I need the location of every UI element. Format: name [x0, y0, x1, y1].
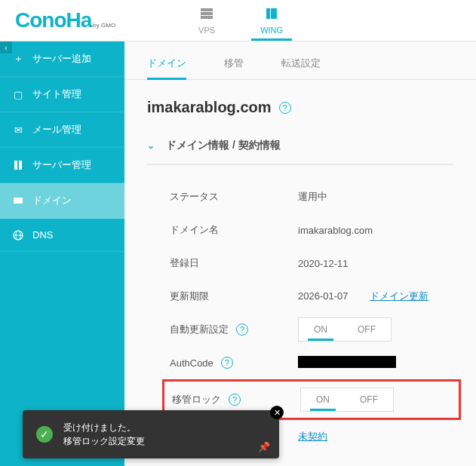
renew-domain-link[interactable]: ドメイン更新 [370, 290, 428, 302]
header-tab-label: WING [260, 26, 283, 35]
globe-icon [11, 230, 25, 241]
tab-transfer[interactable]: 移管 [224, 57, 244, 79]
authcode-label: AuthCode ? [170, 357, 298, 369]
authcode-masked [298, 356, 396, 368]
sidebar-item-label: サーバー管理 [32, 158, 91, 172]
check-icon: ✓ [36, 426, 53, 443]
toast-line1: 受け付けました。 [63, 421, 266, 434]
tab-label: ドメイン [147, 57, 186, 69]
svg-rect-2 [201, 16, 213, 19]
main-content: ドメイン 移管 転送設定 imakarablog.com ? ⌄ ドメイン情報 … [124, 41, 476, 466]
header-tabs: VPS WING [176, 0, 306, 41]
sidebar-item-mail[interactable]: ✉ メール管理 [0, 112, 124, 148]
exp-label: 更新期限 [170, 290, 298, 303]
tab-forward[interactable]: 転送設定 [281, 57, 321, 79]
sidebar-item-domain[interactable]: ドメイン [0, 183, 124, 219]
header-tab-label: VPS [198, 26, 215, 35]
logo-text: ConoHa [15, 8, 91, 32]
close-icon: ✕ [274, 408, 281, 418]
sidebar-item-label: サーバー追加 [32, 52, 91, 66]
tab-label: 転送設定 [281, 57, 321, 69]
toast-notification: ✓ 受け付けました。 移管ロック設定変更 ✕ 📌 [23, 410, 279, 458]
chevron-down-icon: ⌄ [147, 140, 155, 151]
sidebar-item-label: メール管理 [32, 123, 81, 136]
name-label: ドメイン名 [170, 223, 298, 237]
header-tab-vps[interactable]: VPS [176, 0, 238, 41]
auto-label: 自動更新設定 ? [170, 323, 298, 336]
mail-icon: ✉ [11, 124, 25, 136]
pin-icon: 📌 [258, 441, 270, 452]
status-value: 運用中 [298, 190, 453, 204]
window-icon: ▢ [11, 89, 25, 100]
row-auto-renew: 自動更新設定 ? ON OFF [170, 313, 453, 346]
row-authcode: AuthCode ? [170, 346, 453, 379]
toast-body: 受け付けました。 移管ロック設定変更 [63, 421, 266, 448]
row-status: ステータス 運用中 [170, 180, 453, 213]
server-icon [11, 160, 25, 170]
svg-rect-6 [19, 161, 22, 170]
domain-name-heading: imakarablog.com [147, 99, 272, 116]
toggle-on[interactable]: ON [299, 318, 342, 341]
server-icon [199, 7, 214, 24]
plus-icon: ＋ [11, 52, 25, 66]
name-value: imakarablog.com [298, 225, 453, 236]
svg-rect-5 [14, 161, 17, 170]
reg-label: 登録日 [170, 256, 298, 270]
domain-title: imakarablog.com ? [147, 99, 453, 116]
section-title: ドメイン情報 / 契約情報 [166, 139, 281, 152]
toggle-off[interactable]: OFF [345, 388, 393, 411]
row-registered: 登録日 2020-12-11 [170, 247, 453, 280]
svg-rect-4 [271, 8, 277, 19]
section-toggle[interactable]: ⌄ ドメイン情報 / 契約情報 [147, 139, 453, 165]
tab-domain[interactable]: ドメイン [147, 57, 186, 79]
row-domain-name: ドメイン名 imakarablog.com [170, 213, 453, 247]
help-icon[interactable]: ? [236, 323, 248, 336]
status-label: ステータス [170, 190, 298, 204]
logo-subtext: by GMO [93, 22, 115, 29]
exp-date: 2026-01-07 [298, 290, 349, 302]
toast-pin-button[interactable]: 📌 [258, 441, 270, 452]
toast-close-button[interactable]: ✕ [270, 406, 284, 419]
auto-renew-toggle: ON OFF [298, 317, 392, 342]
sidebar-collapse-button[interactable]: ‹ [0, 41, 12, 54]
transfer-lock-toggle: ON OFF [300, 388, 394, 412]
tab-label: 移管 [224, 57, 244, 69]
svg-rect-0 [201, 8, 213, 11]
domain-icon [11, 195, 25, 206]
svg-rect-3 [266, 8, 270, 19]
chevron-left-icon: ‹ [5, 44, 7, 52]
reg-value: 2020-12-11 [298, 258, 453, 269]
header: ConoHa by GMO VPS WING [0, 0, 476, 41]
sidebar-item-server[interactable]: サーバー管理 [0, 148, 124, 183]
lock-label: 移管ロック ? [172, 393, 300, 406]
sidebar: ‹ ＋ サーバー追加 ▢ サイト管理 ✉ メール管理 サーバー管理 ドメイン [0, 41, 124, 466]
svg-rect-7 [14, 198, 23, 204]
header-tab-wing[interactable]: WING [238, 0, 306, 41]
content-tabs: ドメイン 移管 転送設定 [124, 41, 476, 80]
row-expiry: 更新期限 2026-01-07 ドメイン更新 [170, 280, 453, 313]
wing-icon [264, 7, 279, 24]
sidebar-item-label: ドメイン [32, 194, 72, 207]
whois-status-link[interactable]: 未契約 [298, 431, 327, 442]
logo[interactable]: ConoHa by GMO [0, 8, 131, 32]
help-icon[interactable]: ? [279, 102, 291, 114]
toggle-on[interactable]: ON [301, 388, 345, 411]
help-icon[interactable]: ? [221, 357, 233, 369]
sidebar-item-add-server[interactable]: ＋ サーバー追加 [0, 41, 124, 77]
sidebar-item-label: サイト管理 [32, 87, 81, 101]
svg-rect-1 [201, 12, 213, 15]
sidebar-item-label: DNS [32, 229, 53, 241]
sidebar-item-dns[interactable]: DNS [0, 219, 124, 252]
sidebar-item-site[interactable]: ▢ サイト管理 [0, 77, 124, 112]
toggle-off[interactable]: OFF [342, 318, 391, 341]
exp-value: 2026-01-07 ドメイン更新 [298, 290, 453, 303]
help-icon[interactable]: ? [229, 394, 241, 406]
toast-line2: 移管ロック設定変更 [63, 434, 266, 448]
